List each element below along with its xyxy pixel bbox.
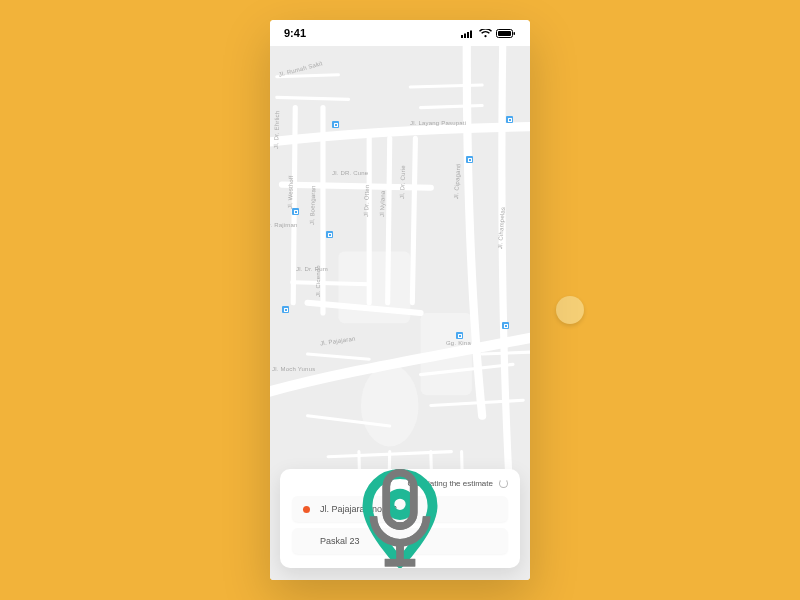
transit-stop-icon [456, 332, 463, 339]
status-time: 9:41 [284, 27, 306, 39]
svg-rect-3 [470, 30, 472, 38]
street-label: Dr. Rajiman [270, 222, 298, 228]
cellular-icon [461, 29, 475, 38]
street-label: Jl. Dr. Rum [296, 266, 328, 272]
svg-rect-15 [386, 473, 413, 526]
street-label: Jl. Layang Pasupati [410, 120, 466, 126]
transit-stop-icon [332, 121, 339, 128]
svg-rect-1 [464, 33, 466, 38]
svg-point-10 [361, 364, 419, 446]
transit-stop-icon [502, 322, 509, 329]
phone-frame: 9:41 [270, 20, 530, 580]
status-indicators [461, 29, 516, 38]
svg-rect-5 [498, 31, 511, 36]
street-label: Jl. Dr. Curie [399, 165, 406, 199]
map-view[interactable]: Jl. Layang Pasupati Jl. DR. Cune Jl. Dr.… [270, 46, 530, 580]
street-label: Jl Dr. Otten [363, 184, 370, 217]
wifi-icon [479, 29, 492, 38]
street-label: Jl Nylana [379, 190, 386, 217]
street-label: Jl. Moch Yunus [272, 366, 315, 372]
svg-rect-2 [467, 32, 469, 38]
street-label: Jl. Westhoff [287, 175, 294, 209]
status-bar: 9:41 [270, 20, 530, 46]
street-label: Gg. Kina [446, 340, 471, 346]
transit-stop-icon [292, 208, 299, 215]
decorative-circle [556, 296, 584, 324]
street-label: Jl. DR. Cune [332, 170, 368, 176]
transit-stop-icon [506, 116, 513, 123]
transit-stop-icon [282, 306, 289, 313]
svg-rect-6 [514, 32, 516, 35]
route-card: Calculating the estimate [280, 469, 520, 568]
transit-stop-icon [326, 231, 333, 238]
destination-field[interactable] [292, 528, 508, 554]
battery-icon [496, 29, 516, 38]
transit-stop-icon [466, 156, 473, 163]
svg-rect-0 [461, 35, 463, 38]
